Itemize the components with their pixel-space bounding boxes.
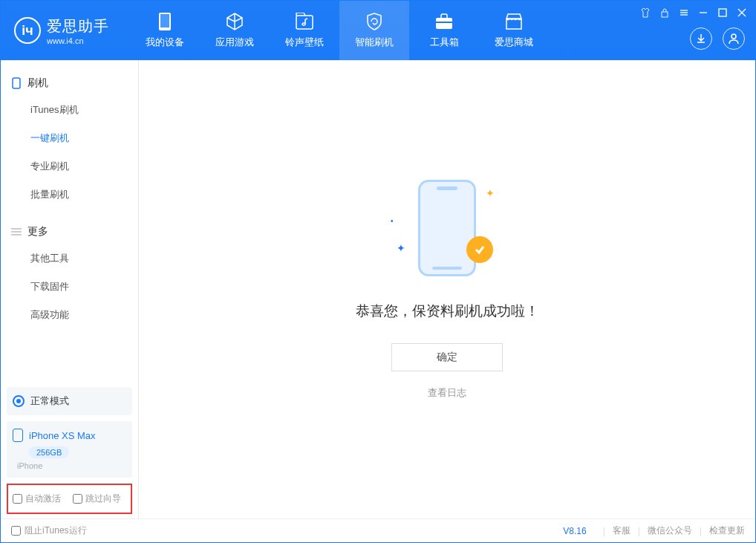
sidebar: 刷机 iTunes刷机 一键刷机 专业刷机 批量刷机 更多 其他工具 下载固件 … xyxy=(1,60,139,518)
tab-label: 工具箱 xyxy=(430,36,459,49)
device-name: iPhone XS Max xyxy=(29,430,96,441)
header-icons xyxy=(690,27,745,50)
cube-icon xyxy=(225,12,244,31)
sparkle-icon: ✦ xyxy=(397,242,405,254)
menu-icon[interactable] xyxy=(678,7,690,19)
sidebar-item-other-tools[interactable]: 其他工具 xyxy=(1,244,138,273)
app-title: 爱思助手 xyxy=(47,16,109,36)
music-folder-icon xyxy=(295,12,314,31)
svg-rect-14 xyxy=(13,78,20,88)
result-illustration: ✦ ✦ • xyxy=(395,180,499,284)
version-label: V8.16 xyxy=(563,526,586,536)
phone-graphic xyxy=(418,180,476,276)
shield-refresh-icon xyxy=(365,12,384,31)
download-icon[interactable] xyxy=(690,27,712,50)
titlebar: iч 爱思助手 www.i4.cn 我的设备 应用游戏 铃声壁纸 智能刷机 xyxy=(1,1,755,60)
svg-point-13 xyxy=(731,34,736,39)
confirm-button[interactable]: 确定 xyxy=(391,343,503,371)
device-icon xyxy=(155,12,175,31)
sparkle-icon: • xyxy=(391,217,394,225)
svg-rect-2 xyxy=(296,16,313,29)
section-title: 更多 xyxy=(27,225,48,238)
lock-icon[interactable] xyxy=(659,7,671,19)
footer: 阻止iTunes运行 V8.16 | 客服 | 微信公众号 | 检查更新 xyxy=(1,518,755,542)
tab-label: 我的设备 xyxy=(146,36,184,49)
close-icon[interactable] xyxy=(736,7,748,19)
footer-wechat-link[interactable]: 微信公众号 xyxy=(648,524,692,537)
tab-apps-games[interactable]: 应用游戏 xyxy=(200,1,270,60)
divider: | xyxy=(700,526,702,536)
tab-ringtone-wallpaper[interactable]: 铃声壁纸 xyxy=(270,1,339,60)
checkbox-label: 阻止iTunes运行 xyxy=(25,524,87,537)
tab-label: 智能刷机 xyxy=(355,36,394,49)
phone-outline-icon xyxy=(13,429,23,442)
svg-rect-1 xyxy=(160,14,169,27)
skip-guide-input[interactable] xyxy=(73,494,82,504)
footer-right: V8.16 | 客服 | 微信公众号 | 检查更新 xyxy=(563,524,745,537)
store-icon xyxy=(504,12,524,31)
footer-update-link[interactable]: 检查更新 xyxy=(709,524,745,537)
sidebar-section-flash: 刷机 xyxy=(1,71,138,96)
sidebar-item-advanced[interactable]: 高级功能 xyxy=(1,301,138,329)
success-message: 恭喜您，保资料刷机成功啦！ xyxy=(356,302,539,321)
checkbox-block-itunes[interactable]: 阻止iTunes运行 xyxy=(11,524,87,537)
sparkle-icon: ✦ xyxy=(486,187,495,199)
window-controls xyxy=(639,7,748,19)
block-itunes-input[interactable] xyxy=(11,526,21,536)
footer-support-link[interactable]: 客服 xyxy=(613,524,630,537)
section-title: 刷机 xyxy=(27,77,48,90)
sidebar-item-download-firmware[interactable]: 下载固件 xyxy=(1,273,138,301)
logo-text: 爱思助手 www.i4.cn xyxy=(47,16,109,45)
sidebar-status[interactable]: 正常模式 xyxy=(7,387,132,415)
app-subtitle: www.i4.cn xyxy=(47,36,109,45)
svg-rect-3 xyxy=(436,18,452,29)
tab-store[interactable]: 爱思商城 xyxy=(479,1,549,60)
briefcase-icon xyxy=(434,12,454,31)
tab-toolbox[interactable]: 工具箱 xyxy=(409,1,479,60)
sidebar-item-pro-flash[interactable]: 专业刷机 xyxy=(1,152,138,181)
device-capacity: 256GB xyxy=(29,446,69,458)
tab-label: 爱思商城 xyxy=(495,36,533,49)
tab-label: 应用游戏 xyxy=(215,36,254,49)
sidebar-item-batch-flash[interactable]: 批量刷机 xyxy=(1,181,138,209)
tab-label: 铃声壁纸 xyxy=(285,36,324,49)
checkbox-auto-activate[interactable]: 自动激活 xyxy=(13,492,61,505)
user-icon[interactable] xyxy=(723,27,745,50)
logo-icon: iч xyxy=(14,17,41,44)
sidebar-section-more: 更多 xyxy=(1,219,138,244)
sidebar-item-oneclick-flash[interactable]: 一键刷机 xyxy=(1,124,138,152)
svg-rect-10 xyxy=(719,9,726,16)
device-type: iPhone xyxy=(17,461,126,470)
view-log-link[interactable]: 查看日志 xyxy=(428,386,466,400)
main-content: ✦ ✦ • 恭喜您，保资料刷机成功啦！ 确定 查看日志 xyxy=(139,60,755,518)
shirt-icon[interactable] xyxy=(639,7,651,19)
sidebar-checkbox-row: 自动激活 跳过向导 xyxy=(7,484,132,514)
phone-small-icon xyxy=(11,78,22,88)
divider: | xyxy=(638,526,640,536)
minimize-icon[interactable] xyxy=(697,7,709,19)
nav-tabs: 我的设备 应用游戏 铃声壁纸 智能刷机 工具箱 爱思商城 xyxy=(130,1,549,60)
body: 刷机 iTunes刷机 一键刷机 专业刷机 批量刷机 更多 其他工具 下载固件 … xyxy=(1,60,755,518)
auto-activate-input[interactable] xyxy=(13,494,22,504)
sidebar-device-card[interactable]: iPhone XS Max 256GB iPhone xyxy=(7,421,132,478)
checkbox-skip-guide[interactable]: 跳过向导 xyxy=(73,492,121,505)
list-small-icon xyxy=(11,227,22,237)
checkbox-label: 跳过向导 xyxy=(85,492,121,505)
status-label: 正常模式 xyxy=(30,394,69,408)
tab-smart-flash[interactable]: 智能刷机 xyxy=(339,1,409,60)
checkbox-label: 自动激活 xyxy=(25,492,61,505)
app-window: iч 爱思助手 www.i4.cn 我的设备 应用游戏 铃声壁纸 智能刷机 xyxy=(0,0,756,543)
logo-area: iч 爱思助手 www.i4.cn xyxy=(1,16,123,45)
maximize-icon[interactable] xyxy=(717,7,729,19)
status-dot-icon xyxy=(13,395,25,407)
tab-my-device[interactable]: 我的设备 xyxy=(130,1,200,60)
divider: | xyxy=(603,526,605,536)
sidebar-item-itunes-flash[interactable]: iTunes刷机 xyxy=(1,96,138,124)
svg-rect-5 xyxy=(662,12,668,17)
check-badge-icon xyxy=(466,236,493,263)
svg-rect-4 xyxy=(436,22,452,23)
